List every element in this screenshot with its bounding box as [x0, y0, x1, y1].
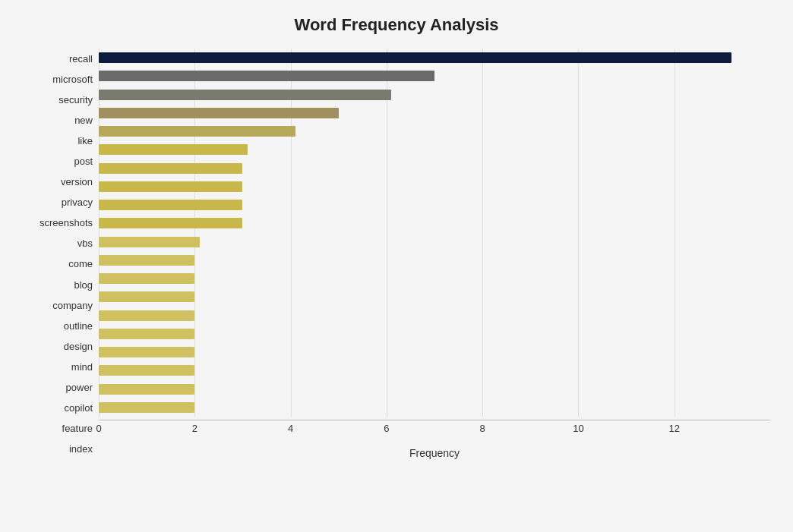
bar	[99, 200, 242, 210]
x-tick-label: 0	[96, 423, 101, 434]
bars-and-grid: 024681012 Frequency	[99, 49, 770, 459]
bar	[99, 126, 295, 137]
bar-row	[99, 196, 770, 214]
bar-row	[99, 86, 770, 104]
bar	[99, 255, 194, 266]
bar-row	[99, 380, 770, 398]
y-label: new	[74, 110, 93, 131]
x-tick-label: 8	[480, 423, 485, 434]
bar-row	[99, 159, 770, 178]
bar-row	[99, 178, 770, 196]
x-axis-line	[99, 420, 770, 420]
x-tick-label: 12	[668, 423, 679, 434]
bar	[99, 218, 242, 228]
bar	[99, 163, 242, 174]
bar-row	[99, 140, 770, 159]
y-label: security	[58, 90, 93, 110]
bar	[99, 52, 731, 63]
y-labels: recallmicrosoftsecuritynewlikepostversio…	[23, 49, 99, 459]
bar-row	[99, 269, 770, 288]
x-tick-label: 6	[384, 423, 389, 434]
bar	[99, 329, 194, 339]
bar-row	[99, 104, 770, 122]
y-label: come	[68, 253, 93, 274]
bar-row	[99, 288, 770, 306]
bar	[99, 71, 434, 81]
y-label: index	[69, 439, 93, 459]
x-tick-label: 4	[288, 423, 293, 434]
bar-row	[99, 251, 770, 269]
y-label: power	[66, 377, 93, 398]
bar	[99, 90, 391, 100]
x-axis: 024681012	[99, 420, 770, 442]
bar-row	[99, 307, 770, 325]
bar-row	[99, 122, 770, 140]
bar	[99, 144, 248, 155]
y-label: screenshots	[39, 212, 93, 233]
y-label: privacy	[62, 192, 93, 212]
bar-row	[99, 49, 770, 67]
y-label: company	[52, 295, 93, 316]
bar	[99, 402, 194, 413]
bar-row	[99, 233, 770, 251]
y-label: post	[74, 151, 93, 172]
y-label: outline	[64, 316, 93, 336]
chart-container: Word Frequency Analysis recallmicrosofts…	[0, 0, 793, 532]
bar	[99, 181, 242, 192]
bar	[99, 384, 194, 395]
chart-title: Word Frequency Analysis	[23, 15, 770, 35]
bar-row	[99, 361, 770, 379]
bar-row	[99, 214, 770, 232]
bar-row	[99, 343, 770, 361]
y-label: version	[61, 172, 93, 192]
chart-area: recallmicrosoftsecuritynewlikepostversio…	[23, 49, 770, 459]
y-label: microsoft	[52, 69, 93, 90]
y-label: feature	[62, 418, 93, 439]
y-label: recall	[69, 49, 93, 69]
bar	[99, 365, 194, 376]
y-label: copilot	[64, 398, 93, 418]
bar	[99, 310, 194, 321]
y-label: vbs	[77, 233, 93, 253]
bar	[99, 237, 200, 247]
bars-column	[99, 49, 770, 417]
bar	[99, 273, 194, 284]
grid-and-bars	[99, 49, 770, 417]
bar-row	[99, 67, 770, 85]
bar-row	[99, 398, 770, 417]
bar	[99, 108, 339, 118]
y-label: blog	[74, 275, 93, 295]
bar-row	[99, 325, 770, 343]
bar	[99, 291, 194, 302]
x-tick-label: 10	[573, 423, 583, 434]
y-label: design	[64, 336, 93, 357]
y-label: mind	[71, 357, 93, 377]
y-label: like	[77, 131, 93, 151]
x-tick-label: 2	[192, 423, 197, 434]
bar	[99, 347, 194, 357]
x-axis-title: Frequency	[99, 447, 770, 459]
